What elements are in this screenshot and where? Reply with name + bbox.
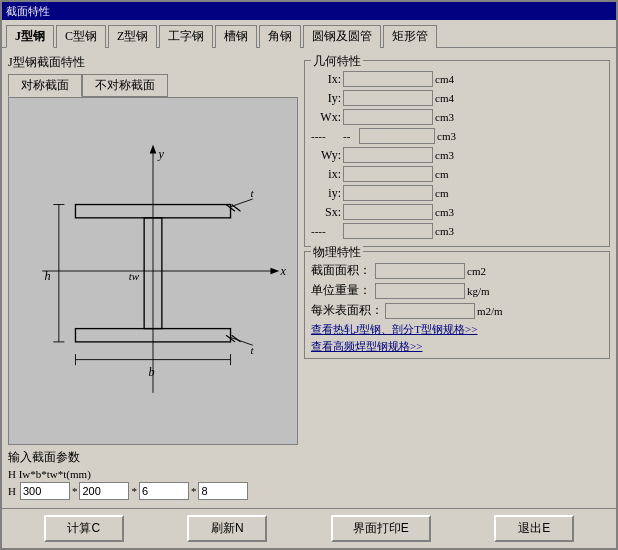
prop-iy: Iy: cm4 (311, 90, 603, 106)
input-t[interactable] (198, 482, 248, 500)
sx-unit: cm3 (435, 206, 463, 218)
weight-unit: kg/m (467, 285, 495, 297)
sub-tab-symmetric[interactable]: 对称截面 (8, 74, 82, 97)
tab-channel[interactable]: 槽钢 (215, 25, 257, 48)
title-bar: 截面特性 (2, 2, 616, 20)
prop-surface: 每米表面积： m2/m (311, 302, 603, 319)
bottom-bar: 计算C 刷新N 界面打印E 退出E (2, 508, 616, 548)
prop-dash2: ---- cm3 (311, 223, 603, 239)
svg-text:y: y (157, 147, 165, 161)
tab-angle[interactable]: 角钢 (259, 25, 301, 48)
right-panel: 几何特性 Ix: cm4 Iy: cm4 Wx: cm3 ---- (304, 54, 610, 502)
dash1-value[interactable] (359, 128, 435, 144)
iy-value[interactable] (343, 90, 433, 106)
i-beam-diagram: y x tw h (9, 98, 297, 444)
svg-text:x: x (279, 264, 286, 278)
area-label: 截面面积： (311, 262, 373, 279)
wy-unit: cm3 (435, 149, 463, 161)
wx-value[interactable] (343, 109, 433, 125)
wy-label: Wy: (311, 148, 341, 163)
iy2-value[interactable] (343, 185, 433, 201)
print-button[interactable]: 界面打印E (331, 515, 431, 542)
refresh-button[interactable]: 刷新N (187, 515, 267, 542)
svg-text:h: h (44, 269, 50, 283)
surface-value[interactable] (385, 303, 475, 319)
diagram-area: y x tw h (8, 97, 298, 445)
prop-iy2: iy: cm (311, 185, 603, 201)
h-label: H (8, 485, 16, 497)
ix2-unit: cm (435, 168, 463, 180)
section-title: J型钢截面特性 (8, 54, 298, 71)
input-section: 输入截面参数 H Iw*b*tw*t(mm) H * * * (8, 449, 298, 502)
link-hot-rolled[interactable]: 查看热轧J型钢、剖分T型钢规格>> (311, 322, 603, 337)
dash1-sub: -- (343, 130, 357, 142)
surface-label: 每米表面积： (311, 302, 383, 319)
tab-round[interactable]: 圆钢及圆管 (303, 25, 381, 48)
prop-ix2: ix: cm (311, 166, 603, 182)
physical-title: 物理特性 (311, 244, 363, 261)
prop-area: 截面面积： cm2 (311, 262, 603, 279)
surface-unit: m2/m (477, 305, 505, 317)
main-window: 截面特性 J型钢 C型钢 Z型钢 工字钢 槽钢 角钢 圆钢及圆管 矩形管 J型钢… (0, 0, 618, 550)
tab-z-steel[interactable]: Z型钢 (108, 25, 157, 48)
prop-weight: 单位重量： kg/m (311, 282, 603, 299)
iy-label: Iy: (311, 91, 341, 106)
geometry-title: 几何特性 (311, 53, 363, 70)
wy-value[interactable] (343, 147, 433, 163)
iy2-label: iy: (311, 186, 341, 201)
prop-ix: Ix: cm4 (311, 71, 603, 87)
ix-value[interactable] (343, 71, 433, 87)
input-b[interactable] (79, 482, 129, 500)
main-content: J型钢截面特性 对称截面 不对称截面 y x (2, 48, 616, 508)
dash2-unit: cm3 (435, 225, 463, 237)
ix2-value[interactable] (343, 166, 433, 182)
weight-value[interactable] (375, 283, 465, 299)
area-unit: cm2 (467, 265, 495, 277)
input-tw[interactable] (139, 482, 189, 500)
area-value[interactable] (375, 263, 465, 279)
prop-dash1: ---- -- cm3 (311, 128, 603, 144)
dimension-inputs: H * * * (8, 482, 298, 500)
iy-unit: cm4 (435, 92, 463, 104)
sub-tab-asymmetric[interactable]: 不对称截面 (82, 74, 168, 97)
tab-i-steel[interactable]: 工字钢 (159, 25, 213, 48)
prop-wx: Wx: cm3 (311, 109, 603, 125)
formula-row: H Iw*b*tw*t(mm) (8, 468, 298, 480)
link-high-freq[interactable]: 查看高频焊型钢规格>> (311, 339, 603, 354)
sx-value[interactable] (343, 204, 433, 220)
svg-marker-1 (150, 145, 157, 154)
calc-button[interactable]: 计算C (44, 515, 124, 542)
exit-button[interactable]: 退出E (494, 515, 574, 542)
prop-sx: Sx: cm3 (311, 204, 603, 220)
dash2-label: ---- (311, 225, 341, 237)
input-section-title: 输入截面参数 (8, 449, 298, 466)
svg-text:t: t (250, 187, 254, 199)
iy2-unit: cm (435, 187, 463, 199)
dash1-unit: cm3 (437, 130, 465, 142)
sep-1: * (72, 485, 78, 497)
ix-label: Ix: (311, 72, 341, 87)
geometry-group: 几何特性 Ix: cm4 Iy: cm4 Wx: cm3 ---- (304, 60, 610, 247)
sx-label: Sx: (311, 205, 341, 220)
sep-2: * (131, 485, 137, 497)
window-title: 截面特性 (6, 4, 50, 19)
svg-text:b: b (149, 365, 155, 379)
input-h[interactable] (20, 482, 70, 500)
sep-3: * (191, 485, 197, 497)
ix2-label: ix: (311, 167, 341, 182)
dash2-value[interactable] (343, 223, 433, 239)
prop-wy: Wy: cm3 (311, 147, 603, 163)
ix-unit: cm4 (435, 73, 463, 85)
wx-unit: cm3 (435, 111, 463, 123)
weight-label: 单位重量： (311, 282, 373, 299)
tab-j-steel[interactable]: J型钢 (6, 25, 54, 48)
svg-marker-4 (270, 268, 279, 275)
wx-label: Wx: (311, 110, 341, 125)
dash1-label: ---- (311, 130, 341, 142)
svg-text:tw: tw (129, 270, 140, 282)
left-panel: J型钢截面特性 对称截面 不对称截面 y x (8, 54, 298, 502)
tab-c-steel[interactable]: C型钢 (56, 25, 106, 48)
sub-tab-bar: 对称截面 不对称截面 (8, 74, 298, 97)
tab-bar: J型钢 C型钢 Z型钢 工字钢 槽钢 角钢 圆钢及圆管 矩形管 (2, 20, 616, 48)
tab-rect[interactable]: 矩形管 (383, 25, 437, 48)
